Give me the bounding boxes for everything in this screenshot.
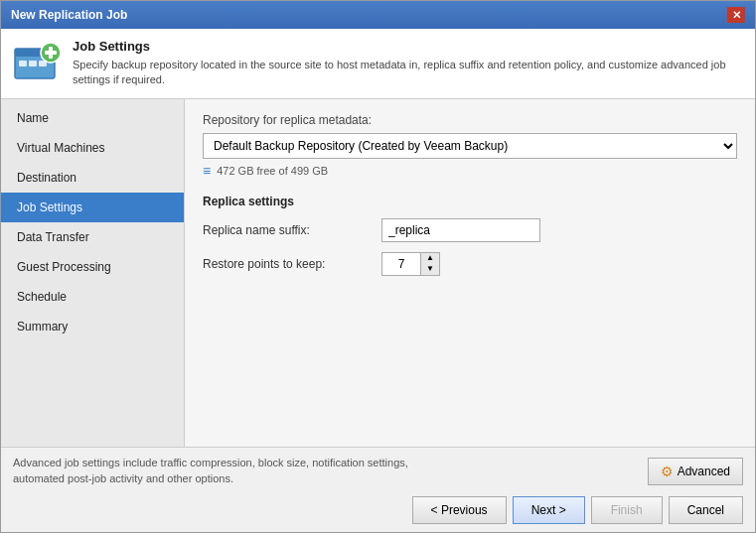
- gear-icon: ⚙: [661, 464, 674, 479]
- finish-button[interactable]: Finish: [591, 496, 663, 524]
- dialog-window: New Replication Job ✕ Job Settings Speci…: [0, 0, 756, 533]
- sidebar-item-destination[interactable]: Destination: [1, 163, 184, 193]
- restore-points-row: Restore points to keep: ▲ ▼: [203, 252, 737, 276]
- header-text: Job Settings Specify backup repository l…: [73, 39, 743, 88]
- svg-rect-3: [29, 61, 37, 67]
- replica-settings-title: Replica settings: [203, 195, 737, 208]
- repo-dropdown-wrapper: Default Backup Repository (Created by Ve…: [203, 133, 737, 159]
- content-area: Repository for replica metadata: Default…: [185, 99, 755, 447]
- next-button[interactable]: Next >: [513, 496, 585, 524]
- restore-points-input[interactable]: [381, 252, 421, 276]
- svg-rect-2: [19, 61, 27, 67]
- suffix-input[interactable]: [381, 218, 540, 242]
- storage-info-text: 472 GB free of 499 GB: [217, 165, 328, 177]
- close-button[interactable]: ✕: [727, 7, 745, 23]
- sidebar-item-guest-processing[interactable]: Guest Processing: [1, 252, 184, 282]
- svg-rect-7: [45, 51, 57, 55]
- storage-icon: ≡: [203, 163, 211, 179]
- title-bar: New Replication Job ✕: [1, 1, 755, 29]
- header-description: Specify backup repository located in the…: [73, 58, 743, 88]
- previous-button[interactable]: < Previous: [412, 496, 507, 524]
- sidebar-item-schedule[interactable]: Schedule: [1, 282, 184, 312]
- sidebar: Name Virtual Machines Destination Job Se…: [1, 99, 185, 447]
- repo-dropdown[interactable]: Default Backup Repository (Created by Ve…: [203, 133, 737, 159]
- sidebar-item-virtual-machines[interactable]: Virtual Machines: [1, 133, 184, 163]
- header-icon: [13, 39, 61, 86]
- sidebar-item-job-settings[interactable]: Job Settings: [1, 193, 184, 222]
- spinbox-up-button[interactable]: ▲: [421, 253, 439, 264]
- header-title: Job Settings: [73, 39, 743, 54]
- repo-label: Repository for replica metadata:: [203, 113, 737, 127]
- suffix-row: Replica name suffix:: [203, 218, 737, 242]
- sidebar-item-name[interactable]: Name: [1, 103, 184, 133]
- spinbox-buttons: ▲ ▼: [421, 252, 440, 276]
- sidebar-item-summary[interactable]: Summary: [1, 312, 184, 341]
- footer-area: Advanced job settings include traffic co…: [1, 447, 755, 532]
- advanced-button-label: Advanced: [678, 465, 730, 478]
- storage-info: ≡ 472 GB free of 499 GB: [203, 163, 737, 179]
- restore-points-spinbox: ▲ ▼: [381, 252, 440, 276]
- dialog-title: New Replication Job: [11, 8, 127, 22]
- header-section: Job Settings Specify backup repository l…: [1, 29, 755, 99]
- sidebar-item-data-transfer[interactable]: Data Transfer: [1, 222, 184, 252]
- restore-points-label: Restore points to keep:: [203, 257, 381, 271]
- cancel-button[interactable]: Cancel: [669, 496, 743, 524]
- suffix-label: Replica name suffix:: [203, 223, 381, 237]
- nav-buttons: < Previous Next > Finish Cancel: [13, 496, 743, 524]
- advanced-row: Advanced job settings include traffic co…: [13, 456, 743, 486]
- main-content: Name Virtual Machines Destination Job Se…: [1, 99, 755, 447]
- advanced-button[interactable]: ⚙ Advanced: [648, 458, 743, 485]
- advanced-description: Advanced job settings include traffic co…: [13, 456, 450, 486]
- spinbox-down-button[interactable]: ▼: [421, 264, 439, 275]
